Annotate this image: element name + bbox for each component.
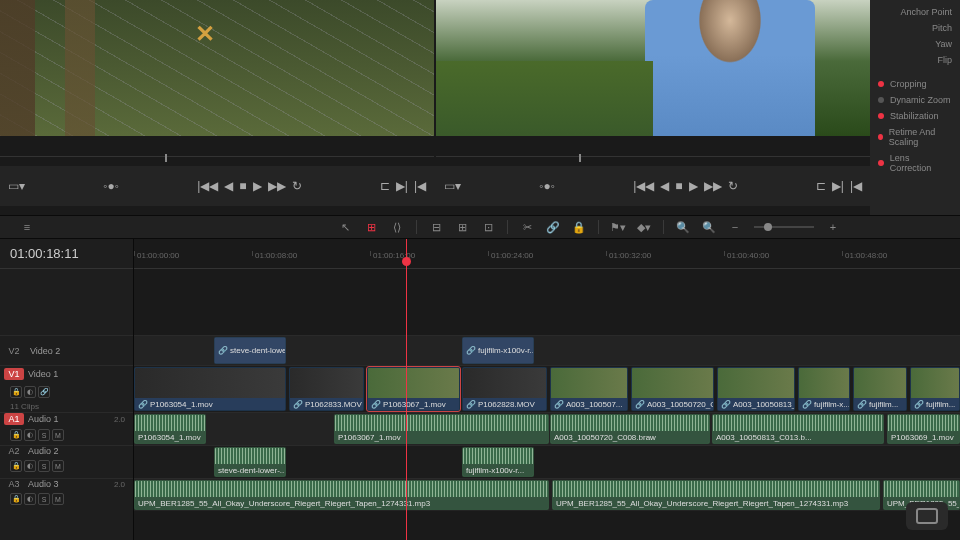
link-button[interactable]: 🔗 — [38, 386, 50, 398]
solo-button[interactable]: S — [38, 493, 50, 505]
program-scrub-bar[interactable] — [436, 156, 870, 164]
solo-button[interactable]: S — [38, 429, 50, 441]
zoom-slider[interactable] — [754, 226, 814, 228]
anchor-point-label[interactable]: Anchor Point — [870, 4, 960, 20]
stop-icon[interactable]: ■ — [675, 179, 682, 193]
clip[interactable]: P1063067_1.mov — [334, 414, 549, 444]
solo-button[interactable]: S — [38, 460, 50, 472]
clip[interactable]: 🔗P1062833.MOV — [289, 367, 364, 411]
next-frame-icon[interactable]: ▶▶ — [268, 179, 286, 193]
track-header-a1[interactable]: A1Audio 12.0 🔒◐SM — [0, 412, 133, 445]
razor-icon[interactable]: ✂ — [520, 220, 534, 234]
cropping-row[interactable]: Cropping — [870, 76, 960, 92]
retime-row[interactable]: Retime And Scaling — [870, 124, 960, 150]
clip[interactable]: P1063054_1.mov — [134, 414, 206, 444]
viewer-mode-icon[interactable]: ▭▾ — [444, 179, 461, 193]
blade-tool-icon[interactable]: ⊟ — [429, 220, 443, 234]
clip[interactable]: 🔗fujifilm... — [910, 367, 960, 411]
clip[interactable]: 🔗fujifilm-x... — [798, 367, 850, 411]
clip[interactable]: UPM_BER1285_55_All_Okay_Underscore_Riege… — [552, 480, 880, 510]
trim-tool-icon[interactable]: ⊞ — [364, 220, 378, 234]
clip[interactable]: 🔗fujifilm-x100v-r... — [462, 337, 534, 364]
toggle-button[interactable]: ◐ — [24, 460, 36, 472]
play-icon[interactable]: ▶ — [253, 179, 262, 193]
play-icon[interactable]: ▶ — [689, 179, 698, 193]
timecode-display[interactable]: 01:00:18:11 — [0, 239, 133, 269]
stop-icon[interactable]: ■ — [239, 179, 246, 193]
track-header-a3[interactable]: A3Audio 32.0 🔒◐SM — [0, 478, 133, 511]
clip[interactable]: 🔗A003_10050720_C008.braw — [631, 367, 714, 411]
prev-frame-icon[interactable]: ◀ — [224, 179, 233, 193]
stabilization-row[interactable]: Stabilization — [870, 108, 960, 124]
timeline-tracks[interactable]: 01:00:00:0001:00:08:0001:00:16:0001:00:2… — [134, 239, 960, 540]
clip[interactable]: 🔗P1063067_1.mov — [367, 367, 460, 411]
mute-button[interactable]: M — [52, 460, 64, 472]
clip[interactable]: P1063069_1.mov — [887, 414, 960, 444]
flag-icon[interactable]: ⚑▾ — [611, 220, 625, 234]
overwrite-icon[interactable]: ⊡ — [481, 220, 495, 234]
arrow-tool-icon[interactable]: ↖ — [338, 220, 352, 234]
toggle-button[interactable]: ◐ — [24, 493, 36, 505]
plus-icon[interactable]: + — [826, 220, 840, 234]
chat-icon[interactable] — [906, 502, 948, 530]
goto-out-icon[interactable]: |◀ — [850, 179, 862, 193]
first-frame-icon[interactable]: |◀◀ — [197, 179, 218, 193]
next-frame-icon[interactable]: ▶▶ — [704, 179, 722, 193]
goto-out-icon[interactable]: |◀ — [414, 179, 426, 193]
lock-button[interactable]: 🔒 — [10, 429, 22, 441]
goto-in-icon[interactable]: ▶| — [396, 179, 408, 193]
dynamic-trim-icon[interactable]: ⟨⟩ — [390, 220, 404, 234]
goto-in-icon[interactable]: ▶| — [832, 179, 844, 193]
toggle-button[interactable]: ◐ — [24, 386, 36, 398]
pitch-label[interactable]: Pitch — [870, 20, 960, 36]
link-icon[interactable]: 🔗 — [546, 220, 560, 234]
minus-icon[interactable]: − — [728, 220, 742, 234]
match-frame-icon[interactable]: ◦●◦ — [539, 179, 555, 193]
timeline-view-icon[interactable]: ≡ — [20, 220, 34, 234]
mark-in-icon[interactable]: ⊏ — [380, 179, 390, 193]
zoom-out-icon[interactable]: 🔍 — [676, 220, 690, 234]
clip[interactable]: 🔗steve-dent-lower-... — [214, 337, 286, 364]
clip[interactable]: A003_10050720_C008.braw — [550, 414, 710, 444]
track-header-a2[interactable]: A2Audio 2 🔒◐SM — [0, 445, 133, 478]
first-frame-icon[interactable]: |◀◀ — [633, 179, 654, 193]
lens-correction-row[interactable]: Lens Correction — [870, 150, 960, 176]
viewer-panel — [0, 0, 870, 136]
viewer-mode-icon[interactable]: ▭▾ — [8, 179, 25, 193]
timeline-ruler[interactable]: 01:00:00:0001:00:08:0001:00:16:0001:00:2… — [134, 239, 960, 269]
track-header-v2[interactable]: V2 Video 2 — [0, 335, 133, 365]
marker-icon[interactable]: ◆▾ — [637, 220, 651, 234]
clip[interactable]: steve-dent-lower-... — [214, 447, 286, 477]
clip[interactable]: 🔗A003_100507... — [550, 367, 628, 411]
dynamic-zoom-row[interactable]: Dynamic Zoom — [870, 92, 960, 108]
inspector-panel: Anchor Point Pitch Yaw Flip Cropping Dyn… — [870, 0, 960, 215]
loop-icon[interactable]: ↻ — [728, 179, 738, 193]
mute-button[interactable]: M — [52, 429, 64, 441]
clip[interactable]: 🔗A003_10050813_C03... — [717, 367, 795, 411]
loop-icon[interactable]: ↻ — [292, 179, 302, 193]
clip[interactable]: A003_10050813_C013.b... — [712, 414, 884, 444]
lock-button[interactable]: 🔒 — [10, 386, 22, 398]
playhead[interactable] — [406, 239, 407, 540]
toggle-button[interactable]: ◐ — [24, 429, 36, 441]
source-scrub-bar[interactable] — [0, 156, 434, 164]
lock-icon[interactable]: 🔒 — [572, 220, 586, 234]
clip[interactable]: UPM_BER1285_55_All_Okay_Underscore_Riege… — [134, 480, 549, 510]
clip[interactable]: 🔗P1063054_1.mov — [134, 367, 286, 411]
yaw-label[interactable]: Yaw — [870, 36, 960, 52]
clip[interactable]: 🔗P1062828.MOV — [462, 367, 547, 411]
clip[interactable]: fujifilm-x100v-r... — [462, 447, 534, 477]
lock-button[interactable]: 🔒 — [10, 493, 22, 505]
lock-button[interactable]: 🔒 — [10, 460, 22, 472]
insert-icon[interactable]: ⊞ — [455, 220, 469, 234]
clip[interactable]: 🔗fujifilm... — [853, 367, 907, 411]
zoom-fit-icon[interactable]: 🔍 — [702, 220, 716, 234]
flip-label[interactable]: Flip — [870, 52, 960, 68]
track-header-v1[interactable]: V1Video 1 🔒◐🔗 11 Clips — [0, 365, 133, 412]
mute-button[interactable]: M — [52, 493, 64, 505]
match-frame-icon[interactable]: ◦●◦ — [103, 179, 119, 193]
prev-frame-icon[interactable]: ◀ — [660, 179, 669, 193]
source-viewer[interactable] — [0, 0, 434, 136]
mark-in-icon[interactable]: ⊏ — [816, 179, 826, 193]
program-viewer[interactable] — [436, 0, 870, 136]
